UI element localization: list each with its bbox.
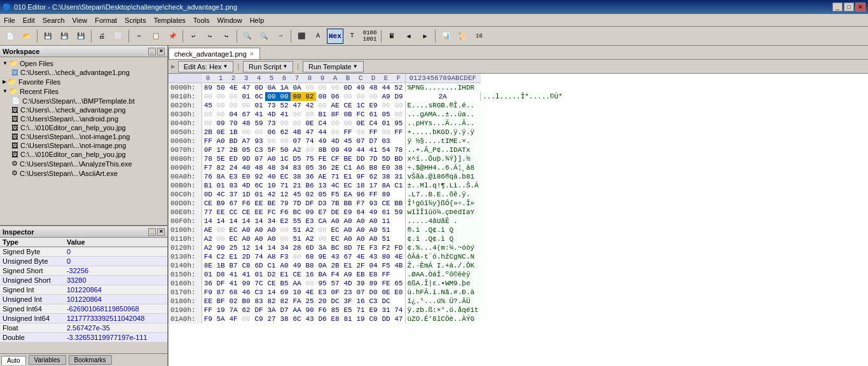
recent-file-0[interactable]: 📄 C:\Users\Stepan\...\BMPTemplate.bt: [1, 96, 166, 105]
hex-byte[interactable]: A0: [240, 226, 252, 234]
hex-byte[interactable]: FE: [316, 154, 329, 163]
hex-byte[interactable]: 41: [240, 270, 252, 279]
paste-button[interactable]: 📌: [165, 29, 180, 44]
hex-byte[interactable]: 42: [303, 101, 316, 110]
hex-byte[interactable]: F5: [380, 261, 392, 270]
open-files-folder[interactable]: ▼ 📁 Open Files: [1, 58, 166, 68]
hex-byte[interactable]: DD: [380, 315, 392, 323]
hex-byte[interactable]: D7: [367, 137, 380, 146]
hex-byte[interactable]: 51: [291, 234, 303, 243]
hex-byte[interactable]: E7: [316, 208, 329, 217]
hex-byte[interactable]: 34: [278, 163, 291, 172]
hex-byte[interactable]: E1: [341, 172, 354, 181]
hex-byte[interactable]: 0F: [329, 288, 341, 297]
hex-byte[interactable]: 05: [240, 146, 252, 154]
save-button[interactable]: 💾: [40, 29, 55, 44]
hex-byte[interactable]: A0: [265, 234, 278, 243]
hex-byte[interactable]: 5F: [265, 146, 278, 154]
hex-byte[interactable]: 3A: [265, 306, 278, 315]
hex-byte[interactable]: 00: [240, 128, 252, 137]
hex-byte[interactable]: 59: [392, 208, 405, 217]
hex-byte[interactable]: DF: [252, 306, 265, 315]
hex-byte[interactable]: C0: [367, 315, 380, 323]
hex-byte[interactable]: 00: [240, 101, 252, 110]
menu-item-tools[interactable]: Tools: [189, 14, 214, 26]
hex-byte[interactable]: 78: [202, 154, 214, 163]
hex-byte[interactable]: 00: [354, 128, 367, 137]
hex-byte[interactable]: A0: [341, 234, 354, 243]
hex-byte[interactable]: 9F: [354, 172, 367, 181]
hex-byte[interactable]: A0: [367, 234, 380, 243]
hex-byte[interactable]: E2: [278, 217, 291, 226]
hex-byte[interactable]: 14: [252, 217, 265, 226]
hex-byte[interactable]: 00: [341, 119, 354, 128]
hex-byte[interactable]: EB: [354, 270, 367, 279]
hex-byte[interactable]: A0: [265, 154, 278, 163]
hex-byte[interactable]: 82: [265, 297, 278, 306]
hex-byte[interactable]: B8: [303, 261, 316, 270]
goto-button[interactable]: →: [273, 29, 288, 44]
hex-byte[interactable]: 00: [329, 119, 341, 128]
tab-variables[interactable]: Variables: [29, 355, 66, 365]
hex-byte[interactable]: 04: [227, 110, 240, 119]
hex-byte[interactable]: 4B: [392, 261, 405, 270]
hex-byte[interactable]: 82: [278, 297, 291, 306]
hex-byte[interactable]: 28: [291, 243, 303, 252]
hex-byte[interactable]: 4D: [240, 181, 252, 190]
hex-byte[interactable]: D9: [392, 92, 405, 101]
hex-byte[interactable]: BA: [316, 270, 329, 279]
hex-byte[interactable]: 93: [252, 137, 265, 146]
hex-byte[interactable]: 1C: [278, 154, 291, 163]
hex-byte[interactable]: 00: [278, 226, 291, 234]
redo2-button[interactable]: ↪: [219, 29, 234, 44]
hex-byte[interactable]: 38: [291, 172, 303, 181]
format-button[interactable]: A: [310, 29, 326, 44]
recent-file-6[interactable]: 🖼 C:\...\010Editor_can_help_you.jpg: [1, 150, 166, 159]
hex-byte[interactable]: A0: [240, 234, 252, 243]
hex-byte[interactable]: A2: [291, 146, 303, 154]
hex-byte[interactable]: CF: [329, 154, 341, 163]
hex-byte[interactable]: AA: [291, 279, 303, 288]
hex-byte[interactable]: FC: [354, 110, 367, 119]
hex-byte[interactable]: AE: [202, 226, 214, 234]
hex-byte[interactable]: 00: [214, 234, 227, 243]
hex-byte[interactable]: 17: [367, 181, 380, 190]
hex-byte[interactable]: 71: [278, 181, 291, 190]
hex-byte[interactable]: F6: [316, 306, 329, 315]
hex-byte[interactable]: C1: [265, 261, 278, 270]
hex-byte[interactable]: 40: [240, 163, 252, 172]
hex-byte[interactable]: 4D: [329, 137, 341, 146]
hex-byte[interactable]: BE: [341, 154, 354, 163]
hex-byte[interactable]: 49: [367, 208, 380, 217]
hex-byte[interactable]: 41: [252, 110, 265, 119]
hex-byte[interactable]: 62: [240, 306, 252, 315]
hex-byte[interactable]: A0: [278, 261, 291, 270]
hex-byte[interactable]: 00: [316, 226, 329, 234]
hex-byte[interactable]: 01: [252, 190, 265, 199]
hex-byte[interactable]: FF: [380, 270, 392, 279]
hex-byte[interactable]: C4: [367, 119, 380, 128]
script-button[interactable]: 📜: [455, 29, 470, 44]
save-as-button[interactable]: 💾: [73, 29, 88, 44]
hex-byte[interactable]: A0: [367, 226, 380, 234]
hex-byte[interactable]: 40: [265, 172, 278, 181]
hex-byte[interactable]: A2: [303, 234, 316, 243]
undo-button[interactable]: ↩: [186, 29, 201, 44]
edit-as-hex-button[interactable]: Edit As: Hex ▼: [178, 61, 234, 72]
hex-byte[interactable]: 93: [367, 199, 380, 208]
hex-byte[interactable]: 47: [303, 128, 316, 137]
hex-byte[interactable]: 00: [329, 83, 341, 92]
hex-byte[interactable]: 2F: [354, 261, 367, 270]
hex-byte[interactable]: C9: [252, 315, 265, 323]
hex-byte[interactable]: E1: [278, 270, 291, 279]
hex-byte[interactable]: 49: [354, 83, 367, 92]
hex-byte[interactable]: 2B: [227, 146, 240, 154]
hex-byte[interactable]: 2D: [240, 252, 252, 261]
hex-byte[interactable]: 00: [380, 101, 392, 110]
hex-byte[interactable]: FA: [291, 297, 303, 306]
hex-byte[interactable]: 0A: [291, 83, 303, 92]
hex-byte[interactable]: 0A: [316, 261, 329, 270]
hex-view[interactable]: 0123456789ABCDEF0123456789ABCDEF 0000h:8…: [169, 74, 868, 366]
hex-byte[interactable]: 0E: [303, 119, 316, 128]
hex-byte[interactable]: 34: [278, 243, 291, 252]
